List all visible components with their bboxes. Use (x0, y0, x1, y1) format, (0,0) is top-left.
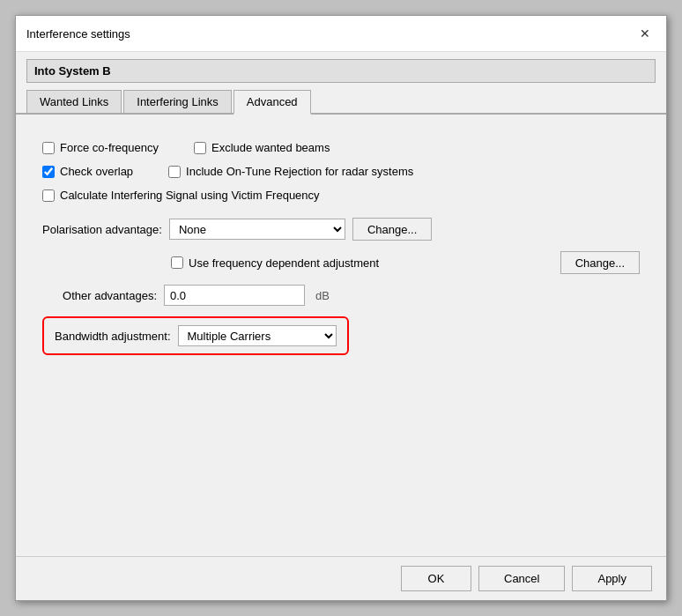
tab-wanted-links[interactable]: Wanted Links (26, 90, 122, 113)
tab-advanced[interactable]: Advanced (234, 90, 311, 115)
exclude-wanted-text: Exclude wanted beams (211, 141, 330, 154)
footer: OK Cancel Apply (16, 556, 666, 600)
other-advantages-input[interactable]: 0.0 (164, 285, 305, 306)
other-advantages-row: Other advantages: 0.0 dB (42, 285, 640, 306)
change-button-1[interactable]: Change... (352, 218, 432, 241)
bandwidth-row: Bandwidth adjustment: Multiple Carriers … (42, 316, 640, 355)
exclude-wanted-label[interactable]: Exclude wanted beams (194, 141, 330, 154)
bandwidth-highlight: Bandwidth adjustment: Multiple Carriers … (42, 316, 349, 355)
tab-content: Force co-frequency Exclude wanted beams … (16, 115, 666, 556)
title-bar: Interference settings ✕ (16, 16, 666, 52)
freq-dep-row: Use frequency dependent adjustment Chang… (171, 251, 640, 274)
force-cofreq-text: Force co-frequency (60, 141, 159, 154)
ok-button[interactable]: OK (401, 566, 471, 591)
calc-interfering-text: Calculate Interfering Signal using Victi… (60, 189, 320, 202)
close-button[interactable]: ✕ (634, 23, 656, 44)
apply-button[interactable]: Apply (572, 566, 652, 591)
exclude-wanted-checkbox[interactable] (194, 142, 206, 154)
other-advantages-unit: dB (315, 289, 330, 302)
dialog-title: Interference settings (26, 27, 130, 41)
cancel-button[interactable]: Cancel (478, 566, 565, 591)
polarisation-row: Polarisation advantage: None Linear Circ… (42, 218, 640, 241)
use-freq-dep-text: Use frequency dependent adjustment (189, 256, 379, 270)
bandwidth-select[interactable]: Multiple Carriers Single Carrier None (178, 325, 337, 346)
check-overlap-text: Check overlap (60, 165, 133, 178)
include-ontune-label[interactable]: Include On-Tune Rejection for radar syst… (168, 165, 413, 178)
tab-interfering-links[interactable]: Interfering Links (123, 90, 232, 113)
interference-settings-dialog: Interference settings ✕ Into System B Wa… (15, 15, 667, 601)
section-header: Into System B (26, 59, 656, 83)
change-button-2[interactable]: Change... (560, 251, 640, 274)
force-cofreq-label[interactable]: Force co-frequency (42, 141, 159, 154)
use-freq-dep-checkbox[interactable] (171, 256, 183, 269)
use-freq-dep-label[interactable]: Use frequency dependent adjustment (171, 256, 379, 270)
include-ontune-text: Include On-Tune Rejection for radar syst… (186, 165, 413, 178)
check-overlap-checkbox[interactable] (42, 166, 55, 178)
advanced-section: Force co-frequency Exclude wanted beams … (42, 132, 640, 355)
check-overlap-label[interactable]: Check overlap (42, 165, 133, 178)
include-ontune-checkbox[interactable] (168, 166, 181, 178)
bandwidth-label: Bandwidth adjustment: (55, 330, 171, 343)
polarisation-label: Polarisation advantage: (42, 223, 162, 236)
tabs-container: Wanted Links Interfering Links Advanced (16, 83, 666, 115)
calc-interfering-label[interactable]: Calculate Interfering Signal using Victi… (42, 189, 640, 202)
calc-interfering-checkbox[interactable] (42, 189, 55, 202)
other-advantages-label: Other advantages: (42, 289, 157, 302)
force-cofreq-checkbox[interactable] (42, 142, 55, 154)
polarisation-select[interactable]: None Linear Circular (169, 219, 345, 240)
